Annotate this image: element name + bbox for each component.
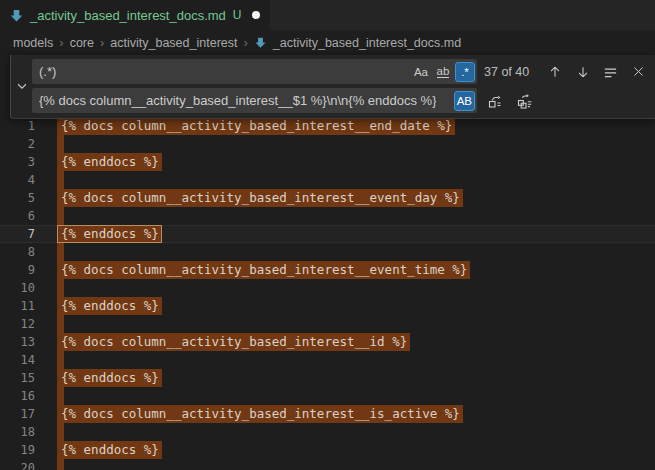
close-find-widget-button[interactable] (628, 61, 649, 82)
editor-line: 12 (0, 315, 655, 333)
line-code[interactable]: {% docs column__activity_based_interest_… (57, 117, 455, 135)
replace-button[interactable] (484, 90, 505, 111)
arrow-down-icon (576, 65, 590, 79)
line-number[interactable]: 4 (0, 171, 35, 189)
breadcrumb-separator: › (100, 35, 104, 50)
line-number[interactable]: 10 (0, 279, 35, 297)
tab-title: _activity_based_interest_docs.md (30, 8, 226, 23)
editor-line: 4 (0, 171, 655, 189)
find-match: {% enddocs %} (57, 441, 162, 459)
editor-line: 18 (0, 423, 655, 441)
chevron-down-icon (15, 79, 29, 93)
line-number[interactable]: 3 (0, 153, 35, 171)
line-code[interactable] (57, 315, 64, 333)
markdown-file-icon (254, 36, 267, 49)
find-match-empty-line (57, 459, 64, 470)
line-code[interactable] (57, 279, 64, 297)
line-number[interactable]: 8 (0, 243, 35, 261)
editor-lines: 1 {% docs column__activity_based_interes… (0, 117, 655, 470)
breadcrumb-item-folder[interactable]: activity_based_interest (110, 36, 237, 50)
editor-line: 8 (0, 243, 655, 261)
line-number[interactable]: 12 (0, 315, 35, 333)
replace-all-button[interactable] (514, 90, 535, 111)
line-code[interactable]: {% docs column__activity_based_interest_… (57, 405, 463, 423)
selection-lines-icon (603, 64, 618, 79)
find-match: {% docs column__activity_based_interest_… (57, 261, 470, 279)
editor-line: 20 (0, 459, 655, 470)
find-match-current: {% enddocs %} (57, 225, 162, 243)
line-code[interactable]: {% enddocs %} (57, 441, 162, 459)
replace-input[interactable]: {% docs column__activity_based_interest_… (32, 88, 477, 113)
replace-input-value: {% docs column__activity_based_interest_… (39, 93, 436, 108)
preserve-case-toggle[interactable]: AB (454, 91, 475, 111)
line-code[interactable] (57, 207, 64, 225)
line-number[interactable]: 17 (0, 405, 35, 423)
line-number[interactable]: 20 (0, 459, 35, 470)
git-status-badge: U (233, 8, 242, 22)
line-number[interactable]: 14 (0, 351, 35, 369)
match-case-toggle[interactable]: Aa (411, 62, 431, 82)
breadcrumb-separator: › (243, 35, 247, 50)
line-number[interactable]: 5 (0, 189, 35, 207)
arrow-up-icon (548, 65, 562, 79)
toggle-replace-button[interactable] (11, 59, 32, 113)
editor-line: 17 {% docs column__activity_based_intere… (0, 405, 655, 423)
line-code[interactable]: {% docs column__activity_based_interest_… (57, 333, 410, 351)
breadcrumb-item-core[interactable]: core (70, 36, 94, 50)
line-code[interactable] (57, 423, 64, 441)
tab-active[interactable]: _activity_based_interest_docs.md U (0, 0, 270, 30)
line-code[interactable] (57, 351, 64, 369)
line-number[interactable]: 1 (0, 117, 35, 135)
find-in-selection-button[interactable] (600, 61, 621, 82)
line-number[interactable]: 18 (0, 423, 35, 441)
line-code[interactable] (57, 459, 64, 470)
editor-line: 19 {% enddocs %} (0, 441, 655, 459)
breadcrumb-item-models[interactable]: models (13, 36, 53, 50)
regex-toggle[interactable]: .* (455, 62, 475, 82)
editor-line: 15 {% enddocs %} (0, 369, 655, 387)
line-code[interactable] (57, 387, 64, 405)
line-number[interactable]: 9 (0, 261, 35, 279)
line-code[interactable]: {% enddocs %} (57, 153, 162, 171)
line-number[interactable]: 6 (0, 207, 35, 225)
markdown-file-icon (9, 8, 24, 23)
line-code[interactable]: {% enddocs %} (57, 225, 162, 243)
line-code[interactable]: {% docs column__activity_based_interest_… (57, 189, 463, 207)
previous-match-button[interactable] (544, 61, 565, 82)
line-code[interactable]: {% docs column__activity_based_interest_… (57, 261, 470, 279)
find-match-empty-line (57, 387, 64, 405)
line-number[interactable]: 7 (0, 225, 35, 243)
find-row: (.*) Aa ab .* 37 of 40 (32, 59, 649, 84)
line-code[interactable] (57, 243, 64, 261)
find-input-value: (.*) (39, 64, 56, 79)
next-match-button[interactable] (572, 61, 593, 82)
editor: (.*) Aa ab .* 37 of 40 (0, 55, 655, 470)
line-code[interactable] (57, 171, 64, 189)
line-number[interactable]: 16 (0, 387, 35, 405)
line-code[interactable]: {% enddocs %} (57, 369, 162, 387)
find-match: {% docs column__activity_based_interest_… (57, 117, 455, 135)
line-number[interactable]: 11 (0, 297, 35, 315)
whole-word-toggle[interactable]: ab (433, 62, 453, 82)
line-number[interactable]: 19 (0, 441, 35, 459)
find-match-empty-line (57, 351, 64, 369)
editor-line: 7 {% enddocs %} (0, 225, 655, 243)
find-input[interactable]: (.*) Aa ab .* (32, 59, 477, 84)
find-match-empty-line (57, 423, 64, 441)
close-icon (632, 65, 645, 78)
find-match: {% docs column__activity_based_interest_… (57, 333, 410, 351)
modified-indicator-dot[interactable] (252, 11, 260, 19)
line-number[interactable]: 2 (0, 135, 35, 153)
line-number[interactable]: 13 (0, 333, 35, 351)
line-number[interactable]: 15 (0, 369, 35, 387)
find-match-empty-line (57, 315, 64, 333)
line-code[interactable]: {% enddocs %} (57, 297, 162, 315)
editor-line: 5 {% docs column__activity_based_interes… (0, 189, 655, 207)
replace-all-icon (517, 93, 533, 109)
line-code[interactable] (57, 135, 64, 153)
breadcrumb-item-file[interactable]: _activity_based_interest_docs.md (273, 36, 461, 50)
editor-line: 11 {% enddocs %} (0, 297, 655, 315)
replace-icon (487, 93, 503, 109)
find-match-empty-line (57, 135, 64, 153)
find-widget: (.*) Aa ab .* 37 of 40 (10, 55, 655, 119)
